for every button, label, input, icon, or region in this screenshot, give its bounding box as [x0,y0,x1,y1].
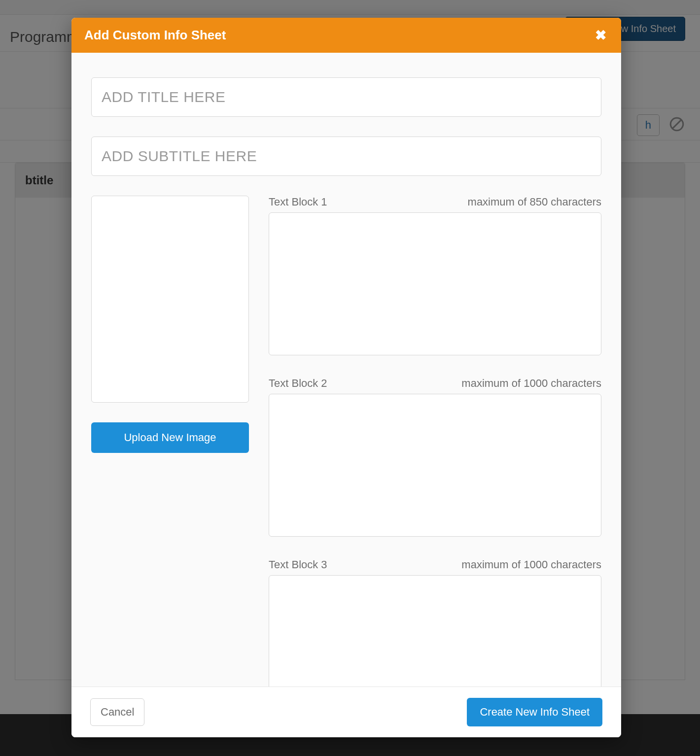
text-block-label: Text Block 3 [269,558,327,571]
text-block-1: Text Block 1 maximum of 850 characters [269,196,601,357]
text-block-2-textarea[interactable] [269,394,601,537]
modal-header: Add Custom Info Sheet ✖ [71,18,621,53]
modal-footer: Cancel Create New Info Sheet [71,687,621,737]
close-icon[interactable]: ✖ [593,29,608,42]
text-block-max-note: maximum of 850 characters [468,196,601,208]
add-custom-info-sheet-modal: Add Custom Info Sheet ✖ Upload New Image… [71,18,621,737]
text-block-max-note: maximum of 1000 characters [461,377,601,390]
modal-body: Upload New Image Text Block 1 maximum of… [71,53,621,687]
text-block-label: Text Block 1 [269,196,327,208]
text-block-3: Text Block 3 maximum of 1000 characters [269,558,601,687]
text-block-2: Text Block 2 maximum of 1000 characters [269,377,601,539]
cancel-button[interactable]: Cancel [90,698,144,726]
upload-new-image-button[interactable]: Upload New Image [91,422,249,453]
modal-title: Add Custom Info Sheet [84,28,226,43]
text-block-3-textarea[interactable] [269,575,601,687]
image-dropzone[interactable] [91,196,249,403]
subtitle-input[interactable] [91,137,601,176]
text-block-max-note: maximum of 1000 characters [461,558,601,571]
text-block-label: Text Block 2 [269,377,327,390]
create-new-info-sheet-button[interactable]: Create New Info Sheet [467,698,602,726]
text-block-1-textarea[interactable] [269,212,601,355]
title-input[interactable] [91,77,601,117]
